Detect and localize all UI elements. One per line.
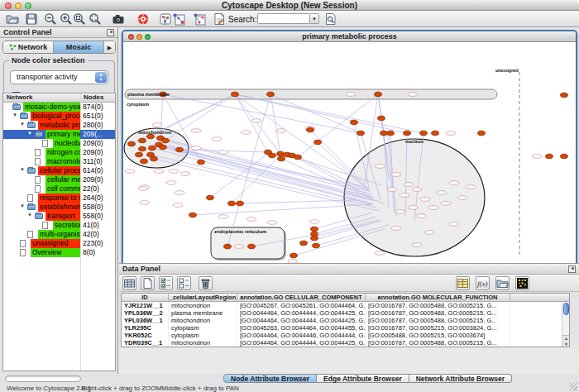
table-cell[interactable]: mitochondrion	[169, 317, 237, 324]
network-node[interactable]	[311, 227, 318, 232]
network-node[interactable]	[404, 131, 411, 136]
network-node[interactable]	[290, 253, 298, 258]
attribute-matrix-icon[interactable]	[515, 276, 529, 290]
network-tree-row[interactable]: mosaic-demo-yeast874(0)	[3, 103, 115, 112]
zoom-fit-icon[interactable]	[89, 12, 102, 26]
table-cell[interactable]: cytoplasm	[169, 324, 237, 332]
network-node[interactable]	[313, 243, 320, 248]
network-node[interactable]	[478, 131, 486, 136]
network-node[interactable]	[561, 154, 568, 159]
network-tree-row[interactable]: ▼transport558(0)	[3, 212, 115, 221]
network-node[interactable]	[224, 244, 232, 249]
network-label[interactable]: nucleobase-	[53, 139, 80, 148]
table-cell[interactable]: [GO:0005488, GO:0005215, GO:0003674]	[366, 332, 510, 339]
network-node[interactable]	[269, 153, 276, 158]
table-cell[interactable]: [GO:0016787, GO:0005215, GO:0003824, G..…	[366, 324, 510, 332]
network-label[interactable]: unassigned	[31, 239, 80, 248]
tab-overflow-arrow[interactable]: ▶	[104, 41, 115, 53]
unselect-all-attributes-icon[interactable]	[177, 276, 191, 290]
network-node[interactable]	[176, 147, 184, 152]
network-label[interactable]: macromolecule	[45, 157, 80, 166]
network-label[interactable]: biological_process	[31, 112, 80, 121]
network-node[interactable]	[189, 213, 197, 218]
network-tree-row[interactable]: unassigned223(0)	[3, 239, 115, 248]
edge-editor-icon[interactable]	[193, 12, 206, 26]
column-header[interactable]: annotation.GO CELLULAR_COMPONENT	[237, 294, 366, 301]
network-node[interactable]	[162, 138, 170, 143]
network-node[interactable]	[380, 131, 388, 136]
attribute-table-icon[interactable]	[456, 276, 470, 290]
network-label[interactable]: metabolic process	[38, 121, 80, 130]
network-node[interactable]	[198, 160, 205, 165]
table-cell[interactable]: YPL036W__1	[122, 317, 169, 324]
annotation-icon[interactable]	[213, 12, 226, 26]
network-node[interactable]	[351, 120, 358, 125]
network-node[interactable]	[151, 156, 158, 161]
float-data-panel-icon[interactable]	[568, 265, 576, 273]
table-cell[interactable]: plasma membrane	[169, 309, 237, 317]
network-tree-row[interactable]: Overview8(0)	[3, 248, 115, 257]
network-node[interactable]	[147, 134, 155, 139]
select-attributes-icon[interactable]	[122, 276, 136, 290]
network-label[interactable]: Overview	[31, 248, 80, 257]
network-tree-row[interactable]: nucleobase-209(0)	[3, 139, 115, 148]
disclosure-triangle-icon[interactable]: ▼	[20, 167, 25, 172]
network-node[interactable]	[232, 92, 239, 97]
network-node[interactable]	[277, 151, 285, 156]
disclosure-triangle-icon[interactable]: ▼	[12, 112, 17, 117]
delete-attribute-icon[interactable]	[199, 276, 213, 290]
network-node[interactable]	[357, 131, 365, 136]
network-node[interactable]	[237, 201, 244, 206]
network-node[interactable]	[420, 131, 428, 136]
table-cell[interactable]: [GO:0044464, GO:0044446, GO:0044444, G..…	[237, 332, 366, 339]
help-icon[interactable]	[136, 12, 150, 26]
tab-node-attribute-browser[interactable]: Node Attribute Browser	[223, 374, 317, 383]
network-label[interactable]: secretion	[53, 221, 80, 230]
network-node[interactable]	[378, 116, 385, 121]
table-row[interactable]: YLR295Ccytoplasm[GO:0045263, GO:0044464,…	[122, 324, 569, 332]
zoom-out-icon[interactable]	[44, 12, 57, 26]
disclosure-triangle-icon[interactable]: ▼	[27, 213, 32, 218]
table-cell[interactable]: mitochondrion	[169, 339, 237, 347]
table-cell[interactable]: [GO:0044464, GO:0044444, GO:0044425, G..…	[237, 309, 366, 317]
network-node[interactable]	[375, 92, 382, 97]
network-tree-row[interactable]: ▼establishment of lo558(0)	[3, 203, 115, 212]
table-cell[interactable]: [GO:0016787, GO:0005488, GO:0005215, G..…	[366, 317, 510, 324]
select-all-attributes-icon[interactable]	[159, 276, 173, 290]
table-cell[interactable]: YDR039C__1	[122, 339, 169, 347]
table-cell[interactable]: YKR052C	[122, 332, 169, 339]
formula-builder-icon[interactable]: f(x)	[476, 276, 490, 290]
import-attributes-icon[interactable]	[495, 276, 510, 290]
tab-edge-attribute-browser[interactable]: Edge Attribute Browser	[317, 374, 409, 383]
network-node[interactable]	[267, 92, 275, 97]
network-node[interactable]	[136, 152, 143, 157]
network-node[interactable]	[546, 154, 553, 159]
network-tree-row[interactable]: ▼biological_process651(0)	[3, 112, 115, 121]
network-view-window[interactable]: primary metabolic process plasma membran…	[122, 30, 577, 277]
network-node[interactable]	[139, 146, 146, 151]
network-tree-row[interactable]: ▼metabolic process280(0)	[3, 121, 115, 130]
float-panel-icon[interactable]	[107, 29, 114, 36]
search-dropdown-arrow[interactable]: ▼	[310, 13, 319, 24]
node-color-dropdown[interactable]: transporter activity ▲▼	[10, 70, 108, 84]
column-header[interactable]: _cellularLayoutRegion	[169, 294, 237, 301]
network-label[interactable]: mosaic-demo-yeast	[23, 103, 80, 112]
network-label[interactable]: nitrogen compo	[45, 148, 80, 157]
vizmapper-icon[interactable]	[159, 12, 172, 26]
network-tree-row[interactable]: multi-organism pro42(0)	[3, 230, 115, 239]
network-node[interactable]	[387, 131, 395, 136]
network-tree-row[interactable]: ▼cellular process614(0)	[3, 166, 115, 175]
scrollbar-arrows[interactable]: ▲▼	[562, 335, 570, 347]
table-cell[interactable]: YLR295C	[122, 324, 169, 332]
network-node[interactable]	[311, 236, 318, 241]
network-tree-row[interactable]: response to stimulu264(0)	[3, 194, 115, 203]
table-cell[interactable]: [GO:0044464, GO:0044444, GO:0044425, G..…	[237, 339, 366, 347]
network-node[interactable]	[160, 145, 167, 150]
table-cell[interactable]: YPL036W__2	[122, 309, 169, 317]
network-label[interactable]: cell communicat	[45, 184, 80, 194]
snapshot-icon[interactable]	[112, 12, 125, 26]
table-cell[interactable]: [GO:0016787, GO:0005488, GO:0005215, G..…	[366, 302, 510, 309]
network-tree-row[interactable]: cell communicat22(0)	[3, 184, 115, 194]
table-cell[interactable]: cytoplasm	[169, 332, 237, 339]
network-node[interactable]	[248, 244, 256, 249]
